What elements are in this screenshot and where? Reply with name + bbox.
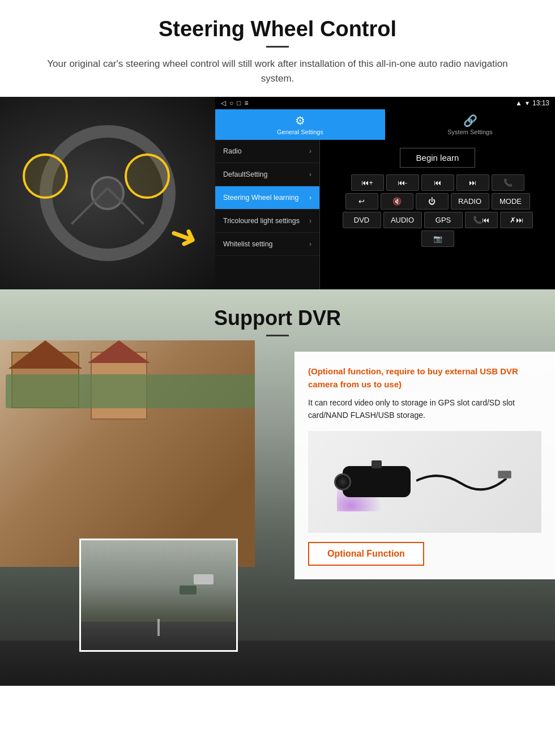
- ctrl-mode[interactable]: MODE: [492, 193, 530, 210]
- tab-general-settings[interactable]: ⚙ General Settings: [215, 109, 385, 140]
- android-menu: Radio › DefaultSetting › Steering Wheel …: [215, 140, 555, 289]
- ctrl-row-2: ↩ 🔇 ⏻ RADIO MODE: [323, 193, 552, 210]
- ctrl-vol-down[interactable]: ⏮-: [386, 174, 419, 191]
- menu-tricoloured-label: Tricoloured light settings: [223, 217, 300, 225]
- camera-body: [343, 466, 411, 497]
- wheel-center: [91, 176, 125, 210]
- menu-item-tricoloured[interactable]: Tricoloured light settings ›: [215, 210, 319, 233]
- signal-icon: ▲: [515, 99, 522, 107]
- android-tabs: ⚙ General Settings 🔗 System Settings: [215, 109, 555, 140]
- steering-subtitle: Your original car's steering wheel contr…: [45, 57, 510, 86]
- tab-system-label: System Settings: [447, 129, 492, 135]
- statusbar-time: 13:13: [532, 99, 549, 107]
- menu-arrow-icon: ›: [309, 194, 311, 202]
- menu-arrow-icon: ›: [309, 240, 311, 248]
- home-button-icon[interactable]: ○: [229, 99, 233, 107]
- ctrl-radio[interactable]: RADIO: [451, 193, 489, 210]
- dvr-title: Support DVR: [0, 306, 555, 330]
- menu-radio-label: Radio: [223, 147, 242, 155]
- ctrl-next[interactable]: ⏭: [456, 174, 489, 191]
- houses-scene: [0, 340, 255, 567]
- ctrl-camera[interactable]: 📷: [421, 230, 454, 247]
- steering-title: Steering Wheel Control: [23, 17, 532, 41]
- dvr-info-card: (Optional function, require to buy exter…: [294, 352, 555, 579]
- menu-arrow-icon: ›: [309, 147, 311, 155]
- ctrl-row-4: 📷: [323, 230, 552, 247]
- control-grid: ⏮+ ⏮- ⏮ ⏭ 📞 ↩ 🔇 ⏻ RADIO MODE DVD: [323, 174, 552, 247]
- ctrl-back[interactable]: ↩: [345, 193, 378, 210]
- menu-list: Radio › DefaultSetting › Steering Wheel …: [215, 140, 320, 289]
- ctrl-row-3: DVD AUDIO GPS 📞⏮ ✗⏭: [323, 212, 552, 228]
- menu-default-label: DefaultSetting: [223, 170, 268, 178]
- thumb-road-scene: [81, 540, 236, 650]
- wheel-background: ➜: [0, 97, 215, 289]
- dvr-camera-illustration: [308, 431, 541, 533]
- wifi-icon: ▾: [526, 99, 529, 107]
- cable-svg: [416, 464, 507, 498]
- android-statusbar: ◁ ○ □ ≡ ▲ ▾ 13:13: [215, 97, 555, 109]
- dvr-title-block: Support DVR: [0, 289, 555, 343]
- dvr-description: It can record video only to storage in G…: [308, 396, 541, 422]
- menu-whitelist-label: Whitelist setting: [223, 240, 273, 248]
- tab-system-settings[interactable]: 🔗 System Settings: [385, 109, 555, 140]
- ctrl-mute[interactable]: 🔇: [381, 193, 413, 210]
- menu-item-radio[interactable]: Radio ›: [215, 140, 319, 163]
- ctrl-vol-up[interactable]: ⏮+: [351, 174, 384, 191]
- optional-function-button[interactable]: Optional Function: [308, 542, 424, 566]
- dvr-title-divider: [266, 335, 289, 336]
- yellow-circle-right: [125, 153, 170, 199]
- square-button-icon[interactable]: □: [237, 99, 241, 107]
- ctrl-prev[interactable]: ⏮: [421, 174, 454, 191]
- dvr-thumbnail: [79, 539, 238, 652]
- tab-general-label: General Settings: [277, 129, 323, 135]
- system-settings-icon: 🔗: [463, 114, 477, 127]
- steering-image-wrapper: ➜ ◁ ○ □ ≡ ▲ ▾ 13:13 ⚙ General Settings 🔗…: [0, 97, 555, 289]
- dvr-optional-text: (Optional function, require to buy exter…: [308, 365, 541, 391]
- ctrl-audio[interactable]: AUDIO: [383, 212, 422, 228]
- menu-steering-label: Steering Wheel learning: [223, 194, 298, 202]
- general-settings-icon: ⚙: [295, 114, 305, 127]
- ctrl-gps[interactable]: GPS: [424, 212, 463, 228]
- menu-arrow-icon: ›: [309, 170, 311, 178]
- ctrl-phone-prev[interactable]: 📞⏮: [465, 212, 498, 228]
- dvr-background: Support DVR (Optional function, re: [0, 289, 555, 686]
- yellow-circle-left: [23, 153, 68, 199]
- menu-icon[interactable]: ≡: [245, 99, 249, 107]
- ctrl-power[interactable]: ⏻: [416, 193, 449, 210]
- menu-content: Begin learn ⏮+ ⏮- ⏮ ⏭ 📞 ↩ 🔇 ⏻ RADIO: [320, 140, 555, 289]
- camera-lens-icon: [334, 473, 351, 490]
- ctrl-x-next[interactable]: ✗⏭: [500, 212, 533, 228]
- ctrl-phone[interactable]: 📞: [492, 174, 524, 191]
- menu-item-whitelist[interactable]: Whitelist setting ›: [215, 233, 319, 256]
- title-divider: [266, 46, 289, 48]
- steering-section: Steering Wheel Control Your original car…: [0, 0, 555, 86]
- android-panel: ◁ ○ □ ≡ ▲ ▾ 13:13 ⚙ General Settings 🔗 S…: [215, 97, 555, 289]
- dvr-section: Support DVR (Optional function, re: [0, 289, 555, 686]
- menu-item-steering[interactable]: Steering Wheel learning ›: [215, 186, 319, 210]
- begin-learn-button[interactable]: Begin learn: [400, 148, 476, 168]
- back-button-icon[interactable]: ◁: [221, 99, 226, 107]
- menu-item-default[interactable]: DefaultSetting ›: [215, 163, 319, 186]
- ctrl-row-1: ⏮+ ⏮- ⏮ ⏭ 📞: [323, 174, 552, 191]
- ctrl-dvd[interactable]: DVD: [343, 212, 381, 228]
- begin-learn-row: Begin learn: [323, 143, 552, 172]
- menu-arrow-icon: ›: [309, 217, 311, 225]
- steering-photo: ➜: [0, 97, 215, 289]
